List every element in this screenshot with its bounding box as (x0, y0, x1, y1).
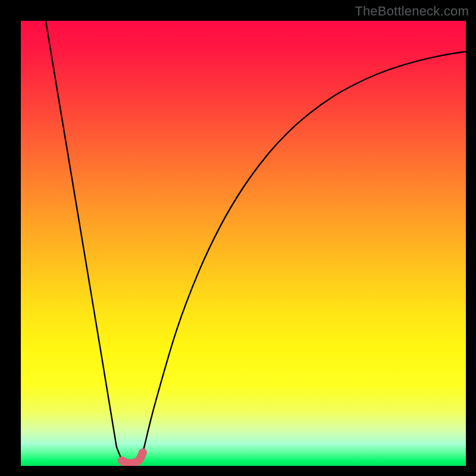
curve-layer (21, 21, 466, 466)
watermark-text: TheBottleneck.com (355, 4, 469, 19)
bottleneck-curve-right (140, 52, 466, 459)
valley-marker (122, 453, 143, 464)
plot-area (21, 21, 466, 466)
chart-frame: TheBottleneck.com (0, 0, 476, 476)
bottleneck-curve-left (46, 21, 125, 462)
